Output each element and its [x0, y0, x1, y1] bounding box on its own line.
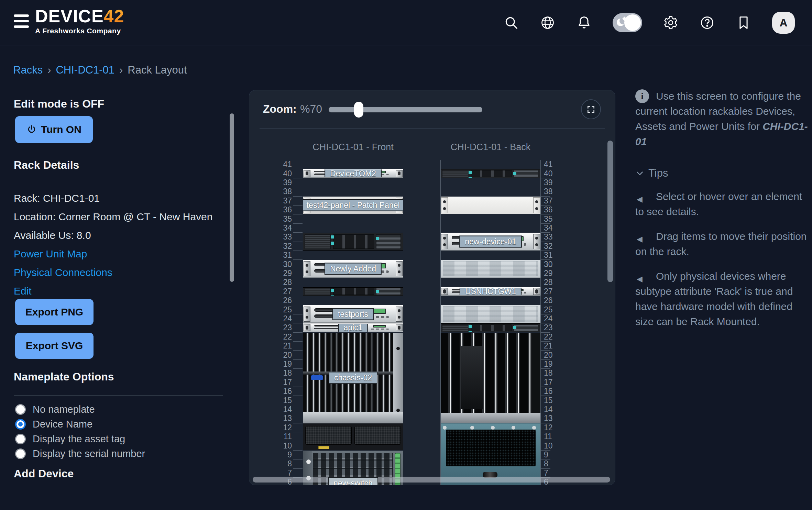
device-nameplate[interactable]: USNHCTGW1 — [460, 287, 522, 296]
unit-number: 20 — [270, 351, 292, 359]
rack-device-new-device-01[interactable]: new-device-01 — [441, 233, 540, 251]
settings-icon[interactable] — [663, 15, 679, 31]
power-unit-map-link[interactable]: Power Unit Map — [14, 248, 87, 260]
breadcrumb-separator: › — [47, 64, 51, 76]
device-nameplate[interactable]: testports — [332, 308, 374, 320]
rack-device[interactable] — [441, 423, 540, 485]
rack-device[interactable] — [441, 323, 540, 332]
viewer-vertical-scrollbar[interactable] — [607, 141, 613, 282]
nameplate-option-display-the-asset-tag[interactable]: Display the asset tag — [15, 432, 145, 446]
nameplate-option-display-the-serial-number[interactable]: Display the serial number — [15, 446, 145, 461]
unit-number: 19 — [270, 359, 292, 368]
physical-connections-link[interactable]: Physical Connections — [14, 267, 112, 278]
unit-tick — [293, 314, 303, 314]
device-nameplate[interactable]: chassis-02 — [329, 372, 377, 384]
edit-link[interactable]: Edit — [14, 285, 32, 297]
rack-device-chassis-02[interactable]: chassis-02 — [303, 333, 403, 423]
unit-tick — [293, 323, 303, 323]
rack-device[interactable] — [303, 287, 403, 296]
unit-number: 32 — [270, 242, 292, 251]
unit-number: 8 — [270, 459, 292, 468]
radio-unchecked-icon[interactable] — [15, 434, 26, 444]
help-icon[interactable] — [699, 15, 715, 31]
rack-device-usnhctgw1[interactable]: USNHCTGW1 — [441, 287, 540, 296]
rack-device[interactable] — [441, 333, 540, 423]
tip-item: ◀Drag items to move their position on th… — [635, 229, 811, 259]
rack-device-devicetom2[interactable]: DeviceTOM2 — [303, 169, 403, 178]
rack-device[interactable] — [303, 233, 403, 251]
unit-tick — [293, 341, 303, 342]
unit-tick — [293, 441, 303, 441]
device-part-ear — [304, 261, 310, 276]
radio-checked-icon[interactable] — [15, 419, 26, 430]
unit-tick — [293, 387, 303, 387]
device-part-chxb-box — [461, 346, 483, 409]
nameplate-option-device-name[interactable]: Device Name — [15, 417, 145, 432]
rack-device[interactable] — [441, 197, 540, 214]
rack-device-newly-added[interactable]: Newly Added — [303, 260, 403, 278]
unit-number: 30 — [544, 260, 566, 269]
bookmark-icon[interactable] — [736, 15, 751, 31]
unit-number: 22 — [544, 332, 566, 341]
unit-number: 36 — [544, 205, 566, 214]
unit-number: 41 — [270, 160, 292, 169]
menu-icon[interactable] — [14, 14, 29, 30]
export-png-button[interactable]: Export PNG — [15, 299, 94, 325]
device-part-drv — [333, 288, 374, 295]
avatar[interactable]: A — [772, 12, 795, 34]
unit-tick — [293, 414, 303, 414]
search-icon[interactable] — [503, 15, 519, 31]
device-part-sw-screws — [443, 426, 447, 430]
globe-icon[interactable] — [540, 15, 556, 31]
notifications-icon[interactable] — [576, 15, 592, 31]
theme-toggle[interactable] — [613, 13, 642, 32]
unit-tick — [293, 205, 303, 206]
rack-device-apic1[interactable]: apic1 — [303, 323, 403, 332]
device-nameplate[interactable]: test42-panel - Patch Panel — [303, 199, 403, 211]
add-device-title: Add Device — [14, 467, 74, 480]
breadcrumb-racks[interactable]: Racks — [13, 64, 43, 76]
rack-device[interactable] — [441, 169, 540, 178]
device-nameplate[interactable]: new-switch — [328, 477, 378, 485]
unit-number: 15 — [270, 396, 292, 405]
device42-logo[interactable]: DEVICE42 A Freshworks Company — [35, 6, 124, 35]
device-part-ear — [304, 307, 310, 322]
rack-device-test42-panel-patch-panel[interactable]: test42-panel - Patch Panel — [303, 197, 403, 214]
breadcrumb-rack-name[interactable]: CHI-DC1-01 — [56, 64, 114, 76]
rack-device[interactable] — [303, 423, 403, 450]
device-nameplate[interactable]: new-device-01 — [459, 235, 522, 247]
device-nameplate[interactable]: DeviceTOM2 — [325, 169, 382, 178]
nameplate-option-no-nameplate[interactable]: No nameplate — [15, 402, 145, 417]
device-part-ear — [396, 170, 403, 177]
device-part-drv — [471, 170, 512, 177]
unit-number: 9 — [270, 450, 292, 459]
device-nameplate[interactable]: Newly Added — [325, 263, 382, 275]
fullscreen-icon[interactable] — [581, 99, 601, 119]
viewer-horizontal-scrollbar[interactable] — [253, 477, 610, 483]
unit-number: 17 — [270, 378, 292, 387]
rack-available-us-detail: Available Us: 8.0 — [14, 230, 91, 241]
device-part-ytag — [318, 446, 329, 449]
radio-unchecked-icon[interactable] — [15, 404, 26, 415]
radio-unchecked-icon[interactable] — [15, 448, 26, 459]
device-nameplate[interactable]: apic1 — [338, 323, 368, 332]
rack-device-testports[interactable]: testports — [303, 305, 403, 323]
rack-back: new-device-01USNHCTGW1 — [440, 160, 541, 485]
device-part-ear — [304, 324, 310, 331]
unit-number: 29 — [270, 269, 292, 278]
rack-device[interactable] — [441, 260, 540, 278]
turn-on-button[interactable]: Turn ON — [15, 116, 93, 143]
tip-bullet-icon: ◀ — [637, 192, 643, 207]
zoom-slider[interactable] — [329, 107, 482, 112]
sidebar-scrollbar[interactable] — [230, 113, 234, 282]
rack-device[interactable] — [441, 305, 540, 323]
chevron-down-icon — [635, 169, 644, 178]
tips-panel: iUse this screen to configure the curren… — [635, 89, 811, 329]
export-svg-button[interactable]: Export SVG — [15, 333, 94, 359]
zoom-slider-knob[interactable] — [354, 102, 363, 118]
device-part-psu — [305, 426, 352, 445]
rack-name-detail: Rack: CHI-DC1-01 — [14, 192, 100, 204]
tips-toggle[interactable]: Tips — [635, 167, 811, 179]
device-part-ear — [396, 307, 403, 322]
unit-number: 17 — [544, 378, 566, 387]
